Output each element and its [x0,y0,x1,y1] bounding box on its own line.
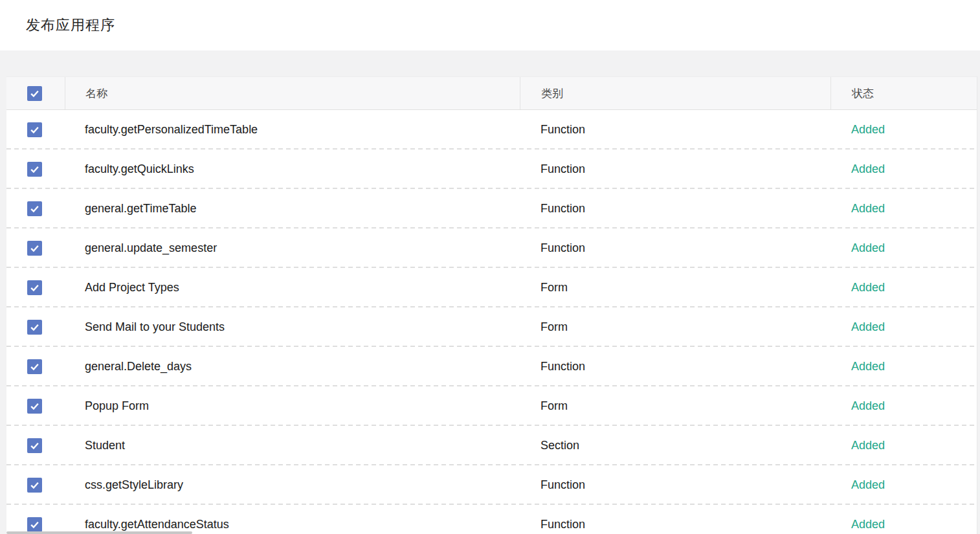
row-checkbox[interactable] [27,438,42,453]
check-icon [29,361,40,372]
row-checkbox-cell [6,228,65,268]
row-checkbox-cell [6,426,65,465]
item-name: css.getStyleLibrary [65,478,520,492]
table-row: general.update_semester Function Added [6,228,977,268]
table-row: general.Delete_days Function Added [6,347,977,386]
item-category: Form [520,320,830,334]
row-checkbox[interactable] [27,359,42,374]
item-category: Section [520,439,830,452]
row-checkbox-cell [6,465,65,505]
item-name: Popup Form [65,399,520,413]
row-checkbox[interactable] [27,162,42,177]
row-checkbox-cell [6,110,65,150]
status-badge: Added [830,439,977,452]
item-name: Send Mail to your Students [65,320,520,334]
status-badge: Added [830,202,977,216]
title-bar: 发布应用程序 [0,0,980,50]
column-header-name: 名称 [65,77,520,109]
page-title: 发布应用程序 [26,16,115,35]
table-row: Student Section Added [6,426,977,465]
item-name: Student [65,439,520,452]
status-badge: Added [830,320,977,334]
row-checkbox-cell [6,347,65,386]
row-checkbox[interactable] [27,201,42,216]
item-name: faculty.getQuickLinks [65,162,520,176]
item-category: Function [520,202,830,216]
item-category: Form [520,399,830,413]
table-body: faculty.getPersonalizedTimeTable Functio… [6,110,977,534]
item-category: Form [520,281,830,295]
item-category: Function [520,518,830,531]
status-badge: Added [830,518,977,531]
row-checkbox[interactable] [27,320,42,335]
row-checkbox[interactable] [27,399,42,414]
row-checkbox[interactable] [27,280,42,295]
publish-items-table: 名称 类别 状态 faculty.getPersonalizedTimeTabl… [6,76,977,534]
row-checkbox-cell [6,189,65,228]
row-checkbox[interactable] [27,241,42,256]
table-row: Add Project Types Form Added [6,268,977,307]
check-icon [29,519,40,530]
item-name: Add Project Types [65,281,520,295]
table-row: css.getStyleLibrary Function Added [6,465,977,505]
table-row: Popup Form Form Added [6,386,977,426]
check-icon [29,164,40,175]
item-name: general.update_semester [65,241,520,255]
item-category: Function [520,162,830,176]
row-checkbox-cell [6,386,65,426]
item-name: faculty.getPersonalizedTimeTable [65,123,520,137]
item-category: Function [520,241,830,255]
table-row: faculty.getAttendanceStatus Function Add… [6,505,977,534]
table-header-row: 名称 类别 状态 [6,76,977,110]
status-badge: Added [830,123,977,137]
item-name: general.getTimeTable [65,202,520,216]
status-badge: Added [830,162,977,176]
table-row: Send Mail to your Students Form Added [6,307,977,347]
check-icon [29,440,40,451]
row-checkbox[interactable] [27,478,42,493]
row-checkbox-cell [6,150,65,189]
item-name: faculty.getAttendanceStatus [65,518,520,531]
column-header-status: 状态 [830,77,977,109]
horizontal-scrollbar-thumb[interactable] [6,531,192,534]
header-checkbox-cell [6,77,65,109]
status-badge: Added [830,399,977,413]
row-checkbox[interactable] [27,122,42,137]
status-badge: Added [830,281,977,295]
row-checkbox[interactable] [27,517,42,532]
status-badge: Added [830,241,977,255]
check-icon [29,322,40,333]
select-all-checkbox[interactable] [27,86,42,101]
row-checkbox-cell [6,268,65,307]
item-category: Function [520,360,830,373]
item-category: Function [520,478,830,492]
check-icon [29,282,40,293]
row-checkbox-cell [6,307,65,347]
check-icon [29,203,40,214]
column-header-category: 类别 [520,77,830,109]
item-category: Function [520,123,830,137]
table-row: general.getTimeTable Function Added [6,189,977,228]
check-icon [29,401,40,412]
status-badge: Added [830,478,977,492]
status-badge: Added [830,360,977,373]
check-icon [29,88,40,99]
table-row: faculty.getPersonalizedTimeTable Functio… [6,110,977,150]
table-row: faculty.getQuickLinks Function Added [6,150,977,189]
check-icon [29,480,40,491]
check-icon [29,124,40,135]
check-icon [29,243,40,254]
row-checkbox-cell [6,505,65,534]
item-name: general.Delete_days [65,360,520,373]
